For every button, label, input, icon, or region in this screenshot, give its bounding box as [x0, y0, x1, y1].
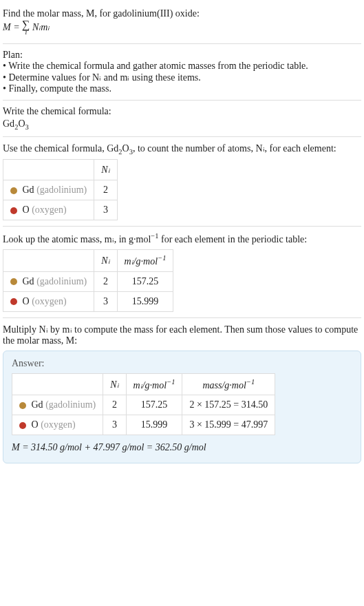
col-m-header: mᵢ/g·mol−1	[117, 250, 173, 272]
formula-rhs: Nᵢmᵢ	[30, 22, 50, 32]
step-compute-heading: Multiply Nᵢ by mᵢ to compute the mass fo…	[3, 324, 361, 346]
element-swatch-icon	[19, 422, 26, 429]
table-row: Gd (gadolinium) 2	[3, 180, 118, 200]
empty-header	[3, 250, 94, 272]
prompt-section: Find the molar mass, M, for gadolinium(I…	[3, 3, 361, 44]
element-symbol: Gd	[32, 399, 43, 410]
empty-header	[12, 373, 103, 395]
table-header-row: Nᵢ mᵢ/g·mol−1	[3, 250, 173, 272]
element-cell: Gd (gadolinium)	[3, 180, 94, 200]
table-row: Gd (gadolinium) 2 157.25	[3, 271, 173, 291]
table-header-row: Nᵢ	[3, 160, 118, 180]
answer-box: Answer: Nᵢ mᵢ/g·mol−1 mass/g·mol−1 Gd (g…	[3, 351, 361, 464]
final-result: M = 314.50 g/mol + 47.997 g/mol = 362.50…	[12, 442, 352, 453]
formula-lhs: M =	[3, 22, 22, 32]
element-cell: Gd (gadolinium)	[3, 271, 94, 291]
col-m-header: mᵢ/g·mol−1	[126, 373, 182, 395]
element-name: (oxygen)	[32, 205, 67, 215]
step-formula-heading: Write the chemical formula:	[3, 106, 361, 117]
element-name: (gadolinium)	[36, 276, 87, 286]
element-swatch-icon	[10, 207, 17, 214]
m-value: 157.25	[117, 271, 173, 291]
element-symbol: Gd	[23, 185, 34, 195]
count-table: Nᵢ Gd (gadolinium) 2 O (oxygen) 3	[3, 159, 118, 220]
col-mass-header: mass/g·mol−1	[182, 373, 275, 395]
n-value: 2	[94, 180, 117, 200]
step-mass-section: Look up the atomic mass, mᵢ, in g·mol−1 …	[3, 227, 361, 317]
sigma-icon: ∑i	[22, 21, 30, 35]
element-swatch-icon	[10, 187, 17, 194]
prompt-line1: Find the molar mass, M, for gadolinium(I…	[3, 8, 361, 19]
empty-header	[3, 160, 94, 180]
n-value: 3	[94, 200, 117, 220]
element-cell: O (oxygen)	[12, 415, 103, 435]
answer-label: Answer:	[12, 358, 352, 369]
element-cell: Gd (gadolinium)	[12, 395, 103, 415]
step-compute-section: Multiply Nᵢ by mᵢ to compute the mass fo…	[3, 318, 361, 470]
step-count-heading: Use the chemical formula, Gd2O3, to coun…	[3, 143, 361, 156]
m-value: 15.999	[126, 415, 182, 435]
plan-item: Determine values for Nᵢ and mᵢ using the…	[3, 72, 361, 83]
element-cell: O (oxygen)	[3, 291, 94, 311]
mass-table: Nᵢ mᵢ/g·mol−1 Gd (gadolinium) 2 157.25 O…	[3, 249, 173, 312]
step-count-section: Use the chemical formula, Gd2O3, to coun…	[3, 137, 361, 227]
element-name: (gadolinium)	[45, 399, 96, 410]
element-name: (oxygen)	[32, 296, 67, 306]
n-value: 2	[94, 271, 117, 291]
prompt-formula: M = ∑i Nᵢmᵢ	[3, 21, 361, 35]
table-header-row: Nᵢ mᵢ/g·mol−1 mass/g·mol−1	[12, 373, 275, 395]
m-value: 157.25	[126, 395, 182, 415]
element-swatch-icon	[10, 298, 17, 305]
element-swatch-icon	[10, 278, 17, 285]
step-formula-section: Write the chemical formula: Gd2O3	[3, 101, 361, 137]
m-value: 15.999	[117, 291, 173, 311]
mass-value: 2 × 157.25 = 314.50	[182, 395, 275, 415]
chemical-formula: Gd2O3	[3, 118, 361, 131]
plan-list: Write the chemical formula and gather at…	[3, 61, 361, 94]
element-symbol: Gd	[23, 276, 34, 286]
table-row: O (oxygen) 3 15.999	[3, 291, 173, 311]
element-cell: O (oxygen)	[3, 200, 94, 220]
answer-table: Nᵢ mᵢ/g·mol−1 mass/g·mol−1 Gd (gadoliniu…	[12, 373, 275, 436]
element-name: (oxygen)	[41, 419, 76, 430]
element-symbol: O	[32, 419, 39, 430]
table-row: O (oxygen) 3	[3, 200, 118, 220]
col-n-header: Nᵢ	[103, 373, 126, 395]
table-row: O (oxygen) 3 15.999 3 × 15.999 = 47.997	[12, 415, 275, 435]
element-name: (gadolinium)	[36, 185, 87, 195]
element-swatch-icon	[19, 402, 26, 409]
table-row: Gd (gadolinium) 2 157.25 2 × 157.25 = 31…	[12, 395, 275, 415]
plan-section: Plan: Write the chemical formula and gat…	[3, 44, 361, 101]
col-n-header: Nᵢ	[94, 160, 117, 180]
step-mass-heading: Look up the atomic mass, mᵢ, in g·mol−1 …	[3, 232, 361, 245]
element-symbol: O	[23, 296, 30, 306]
col-n-header: Nᵢ	[94, 250, 117, 272]
n-value: 3	[94, 291, 117, 311]
plan-heading: Plan:	[3, 50, 361, 61]
plan-item: Finally, compute the mass.	[3, 83, 361, 94]
plan-item: Write the chemical formula and gather at…	[3, 61, 361, 72]
mass-value: 3 × 15.999 = 47.997	[182, 415, 275, 435]
n-value: 3	[103, 415, 126, 435]
n-value: 2	[103, 395, 126, 415]
element-symbol: O	[23, 205, 30, 215]
